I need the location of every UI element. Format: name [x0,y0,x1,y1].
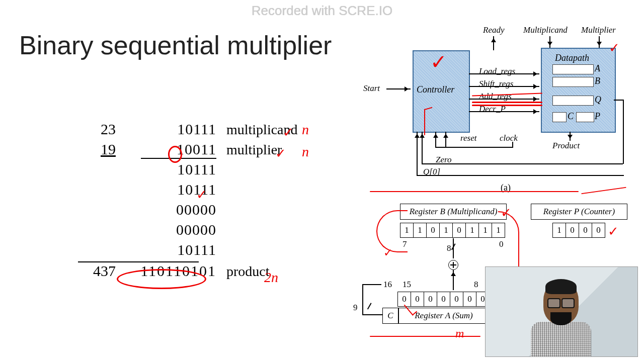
line [362,284,381,285]
datapath-label: Datapath [555,53,589,63]
arrow-icon [469,73,539,74]
partial-2: 00000 [141,201,231,218]
bin-multiplicand: 10111 [141,121,216,138]
regP-bits: 1000 [552,223,605,238]
check-icon: ✓ [275,146,286,161]
reg-a-label: A [595,63,600,74]
line [422,163,623,164]
sig-add: Add_regs [479,92,512,102]
dec-multiplicand: 23 [86,121,116,138]
line [614,100,623,101]
oval-ann [117,269,206,289]
multiplicand-label: Multiplicand [523,25,568,35]
idx15: 15 [403,280,411,290]
start-label: Start [363,83,380,94]
slash-icon [367,303,371,309]
line [512,142,513,147]
reg-b-label: B [595,76,600,86]
arrow-icon [469,111,539,112]
reg-p [576,112,594,122]
arrow-icon [599,36,600,48]
reg-a [552,64,594,74]
reg-c [552,112,567,122]
webcam-overlay [485,266,638,357]
arrow-icon [417,132,418,175]
arrow-icon [435,132,436,147]
dec-product: 437 [86,262,116,280]
ann-2n: 2n [264,269,278,286]
adder-icon [448,260,458,270]
idx8b: 8 [474,280,478,290]
reg-q-label: Q [595,95,601,105]
label-multiplier: multiplier [226,142,282,158]
arrow-icon [570,132,571,141]
regB-box: Register B (Multiplicand) [400,204,507,220]
red-underline [370,191,579,192]
reg-c-label: C [568,111,574,122]
regP-box: Register P (Counter) [531,204,627,220]
idx16: 16 [383,280,392,290]
arrow-icon [422,132,423,164]
red-line [472,105,542,106]
label-product: product [226,263,270,280]
ann-n: n [302,122,309,138]
check-icon: ✓ [608,224,619,239]
page-title: Binary sequential multiplier [19,30,332,60]
partial-0: 10111 [141,161,216,178]
check-icon: ✓ [430,50,447,73]
arrow-icon [469,99,539,100]
circle-ann [168,146,182,163]
arrow-icon [445,132,446,147]
line [435,147,513,148]
reg-b [552,77,594,87]
arrow-icon [453,270,454,290]
presenter [531,281,591,357]
check-icon: ✓ [283,125,294,140]
ann-scribble: m [455,327,464,340]
idx9: 9 [353,303,358,313]
slash8: 8 [447,243,451,253]
sig-shift: Shift_regs [479,79,513,89]
clock-label: clock [500,133,518,143]
arrow-icon [549,36,550,48]
line [417,175,624,176]
regB-bits: 11010111 [400,223,505,238]
ready-label: Ready [483,25,504,35]
sig-load: Load_regs [479,66,515,76]
c-box: C [382,308,398,324]
controller-label: Controller [417,84,454,95]
watermark: Recorded with SCRE.IO [0,3,644,19]
partial-3: 00000 [141,221,239,238]
check-icon: ✓ [196,187,207,203]
arrow-icon [493,36,494,50]
reset-label: reset [460,133,476,143]
reg-p-label: P [595,111,600,122]
check-icon: ✓ [609,40,620,56]
multiplication-work: 23 10111 multiplicand 19 10011 multiplie… [86,121,298,283]
line [623,100,624,164]
line [453,238,454,258]
partial-4: 10111 [141,241,247,258]
line [362,284,363,315]
arrow-icon [469,86,539,87]
red-arrow [424,107,432,135]
reg-q [552,96,594,106]
red-line [472,102,542,103]
multiplier-label: Multiplier [581,25,616,35]
arrow-icon [386,88,411,89]
ann-n: n [302,144,309,160]
partial-1: 10111 [141,181,224,198]
dec-multiplier: 19 [86,141,116,158]
block-diagram-a: Controller Datapath A B Q C P Ready Mult… [362,25,634,191]
product-label: Product [552,141,580,151]
line [362,314,382,315]
